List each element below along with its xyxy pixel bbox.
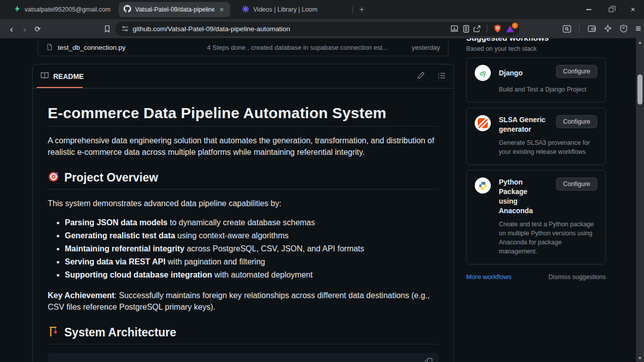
minimize-icon (586, 9, 591, 10)
tab-github-repo[interactable]: Vatsal-Patel-09/data-pipeline-au ✕ (119, 2, 230, 17)
tab-label: Vatsal-Patel-09/data-pipeline-au (135, 6, 214, 13)
readme-body: E-commerce Data Pipeline Automation Syst… (33, 88, 454, 362)
bookmarks-icon[interactable] (103, 25, 111, 33)
configure-button[interactable]: Configure (556, 177, 597, 191)
scroll-up-icon[interactable]: ▲ (636, 38, 644, 46)
suggested-workflows-panel: Suggested workflows Based on your tech s… (466, 38, 606, 281)
back-button[interactable]: ‹ (5, 24, 18, 34)
browser-titlebar: vatsalpatel952005@gmail.com's Proj Vatsa… (0, 0, 644, 19)
readme-tab-label: README (53, 72, 84, 80)
python-logo-icon (475, 177, 491, 194)
architecture-code-block: ┌──────────────┐ ┌──────────────┐ ┌─────… (48, 353, 439, 362)
tab-supabase[interactable]: vatsalpatel952005@gmail.com's Proj (9, 0, 116, 19)
tab-close-icon[interactable]: ✕ (219, 7, 225, 13)
tab-label: vatsalpatel952005@gmail.com's Proj (25, 6, 111, 13)
toolbar-right-icons: ≡ (563, 23, 641, 34)
workflow-card-django: dj Django Configure Build and Test a Dja… (466, 57, 606, 103)
workflow-description: Generate SLSA3 provenance for your exist… (499, 138, 597, 156)
site-settings-icon[interactable] (122, 25, 129, 32)
list-item: Serving data via REST API with paginatio… (65, 255, 439, 268)
copy-icon[interactable] (425, 358, 433, 362)
reading-mode-icon[interactable] (451, 25, 459, 32)
readme-tab[interactable]: README (41, 64, 84, 88)
share-icon[interactable] (473, 25, 481, 33)
sidebar-footer: More workflows Dismiss suggestions (466, 273, 606, 281)
workflow-title: Django (499, 68, 548, 78)
menu-icon[interactable]: ≡ (635, 23, 641, 34)
readme-header: README (33, 64, 454, 88)
divider (579, 24, 580, 33)
django-logo-icon: dj (475, 65, 491, 81)
readme-card: README E-commerce Data Pipeline Automati… (32, 64, 454, 362)
more-workflows-link[interactable]: More workflows (466, 273, 511, 281)
intro-paragraph: A comprehensive data engineering solutio… (48, 135, 439, 158)
close-button[interactable]: ✕ (622, 0, 644, 19)
commit-message[interactable]: 4 Steps done , created database in supab… (207, 44, 405, 51)
browser-toolbar: ‹ › ⟳ github.com/Vatsal-Patel-09/data-pi… (0, 19, 644, 38)
workflow-description: Create and test a Python package on mult… (499, 220, 597, 256)
new-tab-button[interactable]: + (359, 5, 364, 15)
brave-rewards-icon[interactable]: 1 (506, 25, 514, 33)
active-tab-underline (37, 87, 83, 88)
minimize-button[interactable] (578, 0, 600, 19)
edit-pencil-icon[interactable] (417, 71, 425, 81)
tab-label: Videos | Library | Loom (253, 6, 343, 13)
book-icon (41, 72, 49, 81)
page-scrollbar[interactable]: ▲ ▼ (636, 38, 644, 362)
reload-button[interactable]: ⟳ (31, 25, 44, 33)
address-bar[interactable]: github.com/Vatsal-Patel-09/data-pipeline… (115, 22, 519, 36)
vpn-shield-icon[interactable] (620, 25, 627, 33)
target-icon (48, 171, 59, 185)
scrollbar-thumb[interactable] (637, 74, 642, 105)
configure-button[interactable]: Configure (556, 115, 597, 128)
leo-ai-icon[interactable] (604, 25, 612, 33)
divider (487, 25, 487, 33)
overview-intro: This system demonstrates advanced data p… (48, 198, 439, 209)
url-text[interactable]: github.com/Vatsal-Patel-09/data-pipeline… (133, 25, 447, 33)
configure-button[interactable]: Configure (556, 65, 597, 78)
list-item: Generating realistic test data using con… (65, 229, 439, 242)
key-achievement: Key Achievement: Successfully maintains … (48, 290, 439, 313)
search-tabs-icon[interactable] (563, 25, 571, 33)
restore-button[interactable] (600, 0, 622, 19)
brave-shields-icon[interactable] (493, 24, 502, 33)
loom-icon (242, 6, 249, 14)
restore-icon (609, 8, 613, 12)
article-title: E-commerce Data Pipeline Automation Syst… (48, 105, 439, 127)
tab-loom[interactable]: Videos | Library | Loom (237, 0, 348, 19)
repo-main-content: test_db_connection.py 4 Steps done , cre… (32, 38, 454, 362)
reading-list-icon[interactable] (463, 25, 469, 33)
workflow-description: Build and Test a Django Project (499, 85, 597, 94)
github-icon (124, 5, 131, 14)
forward-button[interactable]: › (18, 24, 31, 34)
list-item: Supporting cloud database integration wi… (65, 268, 439, 282)
file-row[interactable]: test_db_connection.py 4 Steps done , cre… (38, 39, 449, 56)
scroll-down-icon[interactable]: ▼ (636, 354, 644, 362)
capability-list: Parsing JSON data models to dynamically … (48, 216, 439, 282)
supabase-bolt-icon (14, 6, 21, 14)
outline-list-icon[interactable] (438, 72, 446, 81)
project-overview-heading: Project Overview (48, 171, 439, 190)
wallet-icon[interactable] (588, 25, 596, 32)
tab-separator (353, 6, 353, 14)
list-item: Maintaining referential integrity across… (65, 242, 439, 255)
file-name[interactable]: test_db_connection.py (58, 44, 126, 51)
crane-icon (48, 326, 59, 339)
commit-time: yesterday (405, 44, 440, 51)
system-architecture-heading: System Architecture (48, 326, 439, 344)
slsa-logo-icon (475, 115, 491, 131)
rewards-badge-count: 1 (512, 23, 518, 29)
workflow-card-slsa: SLSA Generic generator Configure Generat… (466, 108, 606, 165)
workflow-title: Python Package using Anaconda (499, 177, 548, 216)
list-item: Parsing JSON data models to dynamically … (65, 216, 439, 229)
sidebar-subheading: Based on your tech stack (466, 45, 606, 52)
dismiss-suggestions-link[interactable]: Dismiss suggestions (549, 274, 606, 281)
workflow-title: SLSA Generic generator (499, 115, 548, 134)
workflow-card-python-anaconda: Python Package using Anaconda Configure … (466, 170, 606, 264)
sidebar-heading: Suggested workflows (466, 38, 606, 43)
window-controls: ✕ (578, 0, 644, 19)
file-icon (46, 43, 53, 52)
